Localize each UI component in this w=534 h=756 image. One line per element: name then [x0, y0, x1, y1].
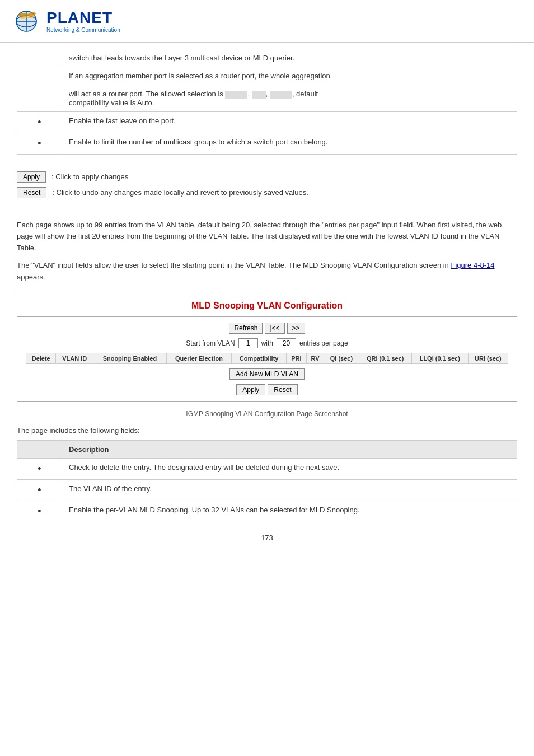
col-snooping-enabled: Snooping Enabled [93, 353, 167, 363]
logo-area: PLANET Networking & Communication [11, 6, 120, 36]
bullet-cell [17, 49, 62, 67]
field-desc-cell: The VLAN ID of the entry. [62, 479, 517, 501]
info-cell: will act as a router port. The allowed s… [62, 85, 517, 112]
info-cell: Enable to limit the number of multicast … [62, 133, 517, 154]
config-apply-button[interactable]: Apply [236, 384, 265, 395]
logo-text: PLANET Networking & Communication [46, 9, 120, 33]
table-header-row: Delete VLAN ID Snooping Enabled Querier … [26, 353, 508, 363]
bullet-icon: • [38, 116, 41, 128]
field-desc-cell: Check to delete the entry. The designate… [62, 458, 517, 479]
apply-button[interactable]: Apply [17, 171, 46, 183]
fields-intro: The page includes the following fields: [17, 426, 517, 435]
description-section: Each page shows up to 99 entries from th… [17, 220, 517, 283]
col-qri: QRI (0.1 sec) [359, 353, 411, 363]
col-llqi: LLQI (0.1 sec) [411, 353, 468, 363]
table-row: • Enable the per-VLAN MLD Snooping. Up t… [17, 501, 517, 522]
reset-row: Reset : Click to undo any changes made l… [17, 187, 517, 198]
table-row: • The VLAN ID of the entry. [17, 479, 517, 501]
config-reset-button[interactable]: Reset [268, 384, 297, 395]
table-row: • Check to delete the entry. The designa… [17, 458, 517, 479]
page-number: 173 [17, 534, 517, 542]
bullet-icon: • [38, 463, 41, 474]
desc-para-2: The "VLAN" input fields allow the user t… [17, 260, 517, 283]
start-label: Start from VLAN [186, 339, 235, 347]
add-new-mld-vlan-button[interactable]: Add New MLD VLAN [229, 368, 305, 380]
placeholder-box-1 [225, 91, 247, 99]
col-compatibility: Compatibility [232, 353, 287, 363]
placeholder-box-2 [252, 91, 266, 99]
bullet-cell [17, 85, 62, 112]
reset-button[interactable]: Reset [17, 187, 46, 198]
info-cell: Enable the fast leave on the port. [62, 111, 517, 133]
field-desc-cell: Enable the per-VLAN MLD Snooping. Up to … [62, 501, 517, 522]
config-box-title: MLD Snooping VLAN Configuration [17, 295, 517, 317]
fields-col-name [17, 440, 62, 458]
table-row: will act as a router port. The allowed s… [17, 85, 517, 112]
caption-text: IGMP Snooping VLAN Configuration Page Sc… [17, 410, 517, 418]
entries-per-page-input[interactable] [277, 338, 296, 348]
col-querier-election: Querier Election [166, 353, 231, 363]
apply-section: Apply : Click to apply changes Reset : C… [17, 166, 517, 208]
col-delete: Delete [26, 353, 56, 363]
prev-button[interactable]: |<< [265, 323, 284, 334]
with-label: with [261, 339, 273, 347]
apply-desc: : Click to apply changes [51, 172, 128, 181]
bullet-cell: • [17, 479, 62, 501]
bullet-icon: • [38, 484, 41, 496]
bullet-cell: • [17, 458, 62, 479]
col-vlan-id: VLAN ID [56, 353, 93, 363]
table-row: • Enable the fast leave on the port. [17, 111, 517, 133]
bullet-cell [17, 67, 62, 85]
table-row: If an aggregation member port is selecte… [17, 67, 517, 85]
col-qi: QI (sec) [324, 353, 359, 363]
planet-logo-icon [11, 6, 42, 36]
config-box-body: Refresh |<< >> Start from VLAN with entr… [17, 317, 517, 401]
page-header: PLANET Networking & Communication [0, 0, 534, 43]
bullet-icon: • [38, 506, 41, 517]
reset-desc: : Click to undo any changes made locally… [52, 188, 308, 197]
logo-subtitle-label: Networking & Communication [46, 27, 120, 33]
entries-label: entries per page [299, 339, 348, 347]
start-vlan-input[interactable] [238, 338, 258, 348]
figure-link[interactable]: Figure 4-8-14 [451, 261, 494, 269]
fields-header-row: Description [17, 440, 517, 458]
apply-reset-row: Apply Reset [26, 384, 508, 395]
table-row: switch that leads towards the Layer 3 mu… [17, 49, 517, 67]
bullet-cell: • [17, 501, 62, 522]
col-rv: RV [306, 353, 324, 363]
info-cell: switch that leads towards the Layer 3 mu… [62, 49, 517, 67]
info-cell: If an aggregation member port is selecte… [62, 67, 517, 85]
placeholder-box-3 [270, 91, 292, 99]
fields-table: Description • Check to delete the entry.… [17, 440, 517, 522]
config-toolbar: Refresh |<< >> [26, 323, 508, 334]
next-button[interactable]: >> [287, 323, 305, 334]
apply-row: Apply : Click to apply changes [17, 171, 517, 183]
col-uri: URI (sec) [468, 353, 508, 363]
config-table: Delete VLAN ID Snooping Enabled Querier … [26, 353, 508, 364]
desc-para-1: Each page shows up to 99 entries from th… [17, 220, 517, 254]
bullet-icon: • [38, 138, 41, 149]
bullet-cell: • [17, 111, 62, 133]
refresh-button[interactable]: Refresh [229, 323, 263, 334]
col-pri: PRI [287, 353, 307, 363]
bullet-cell: • [17, 133, 62, 154]
table-row: • Enable to limit the number of multicas… [17, 133, 517, 154]
fields-col-desc: Description [62, 440, 517, 458]
top-info-table: switch that leads towards the Layer 3 mu… [17, 49, 517, 155]
logo-planet-label: PLANET [46, 9, 120, 27]
config-box: MLD Snooping VLAN Configuration Refresh … [17, 295, 517, 402]
main-content: switch that leads towards the Layer 3 mu… [0, 43, 534, 559]
add-vlan-row: Add New MLD VLAN [26, 368, 508, 380]
vlan-row: Start from VLAN with entries per page [26, 338, 508, 348]
fields-section: The page includes the following fields: … [17, 426, 517, 522]
